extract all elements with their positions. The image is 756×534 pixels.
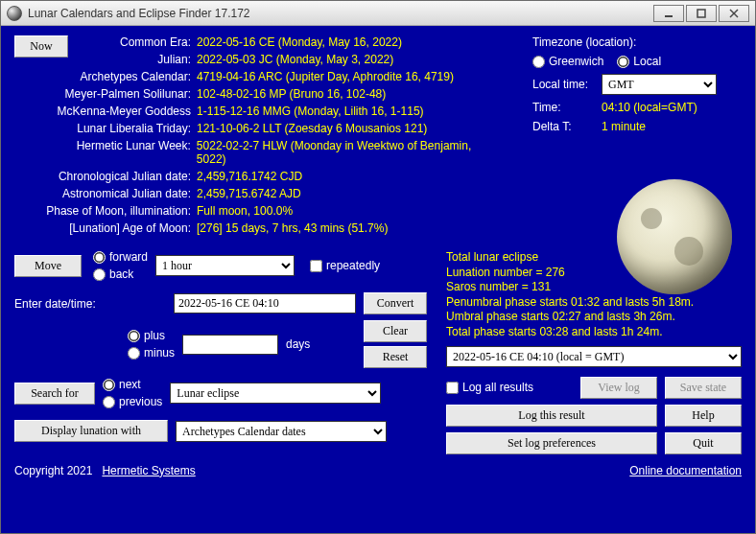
time-label: Time: bbox=[532, 101, 602, 114]
close-button[interactable] bbox=[719, 5, 749, 22]
controls-left: Move forward back 1 hour repeatedly Ente… bbox=[14, 250, 427, 454]
chrono-jd-label: Chronological Julian date: bbox=[14, 170, 197, 183]
timezone-local-radio[interactable]: Local bbox=[617, 55, 661, 68]
mckenna-label: McKenna-Meyer Goddess bbox=[14, 104, 197, 118]
eclipse-line-5: Umbral phase starts 02:27 and lasts 3h 2… bbox=[446, 310, 742, 325]
delta-t-value: 1 minute bbox=[602, 120, 646, 133]
days-offset-input[interactable] bbox=[182, 335, 278, 355]
repeatedly-checkbox[interactable]: repeatedly bbox=[310, 259, 380, 272]
app-icon bbox=[7, 6, 22, 21]
svg-rect-1 bbox=[697, 10, 705, 17]
titlebar: Lunar Calendars and Eclipse Finder 17.17… bbox=[1, 1, 755, 26]
search-previous-radio[interactable]: previous bbox=[103, 395, 162, 408]
window-title: Lunar Calendars and Eclipse Finder 17.17… bbox=[28, 7, 651, 20]
move-back-radio[interactable]: back bbox=[93, 267, 148, 281]
move-forward-radio[interactable]: forward bbox=[93, 250, 148, 264]
move-step-select[interactable]: 1 hour bbox=[155, 255, 295, 276]
set-log-prefs-button[interactable]: Set log preferences bbox=[446, 432, 657, 454]
hermetic-label: Hermetic Lunar Week: bbox=[14, 139, 197, 152]
search-target-select[interactable]: Lunar eclipse bbox=[170, 383, 381, 404]
convert-button[interactable]: Convert bbox=[364, 292, 427, 314]
quit-button[interactable]: Quit bbox=[665, 432, 742, 454]
log-all-checkbox[interactable]: Log all results bbox=[446, 381, 573, 394]
display-lunation-select[interactable]: Archetypes Calendar dates bbox=[176, 421, 387, 442]
clear-button[interactable]: Clear bbox=[364, 320, 427, 342]
chrono-jd-value: 2,459,716.1742 CJD bbox=[197, 170, 302, 183]
help-button[interactable]: Help bbox=[665, 405, 742, 427]
eclipse-line-6: Total phase starts 03:28 and lasts 1h 24… bbox=[446, 325, 742, 340]
move-button[interactable]: Move bbox=[14, 255, 82, 277]
search-next-radio[interactable]: next bbox=[103, 378, 162, 391]
age-value: [276] 15 days, 7 hrs, 43 mins (51.7%) bbox=[197, 221, 388, 235]
days-label: days bbox=[286, 337, 310, 351]
plus-radio[interactable]: plus bbox=[128, 329, 175, 342]
liberalia-value: 121-10-06-2 LLT (Zoesday 6 Mousanios 121… bbox=[197, 122, 427, 135]
julian-value: 2022-05-03 JC (Monday, May 3, 2022) bbox=[197, 53, 393, 66]
astro-jd-value: 2,459,715.6742 AJD bbox=[197, 187, 301, 200]
footer: Copyright 2021 Hermetic Systems Online d… bbox=[14, 464, 742, 477]
local-time-label: Local time: bbox=[532, 78, 602, 91]
local-time-select[interactable]: GMT bbox=[602, 74, 717, 95]
phase-value: Full moon, 100.0% bbox=[197, 204, 293, 218]
calendar-list: Common Era:2022-05-16 CE (Monday, May 16… bbox=[14, 35, 504, 239]
hermetic-value: 5022-02-2-7 HLW (Moonday in Weektwo of B… bbox=[197, 139, 504, 166]
enter-date-label: Enter date/time: bbox=[14, 297, 120, 311]
liberalia-label: Lunar Liberalia Triday: bbox=[14, 122, 197, 135]
eclipse-line-4: Penumbral phase starts 01:32 and lasts 5… bbox=[446, 295, 742, 311]
minus-radio[interactable]: minus bbox=[128, 346, 175, 360]
time-value: 04:10 (local=GMT) bbox=[602, 101, 697, 114]
eclipse-date-select[interactable]: 2022-05-16 CE 04:10 (local = GMT) bbox=[446, 346, 742, 367]
save-state-button[interactable]: Save state bbox=[665, 377, 742, 399]
common-era-value: 2022-05-16 CE (Monday, May 16, 2022) bbox=[197, 35, 402, 49]
archetypes-value: 4719-04-16 ARC (Jupiter Day, Aphrodite 1… bbox=[197, 70, 454, 83]
minimize-button[interactable] bbox=[653, 5, 684, 22]
phase-label: Phase of Moon, illumination: bbox=[14, 204, 197, 218]
display-lunation-button[interactable]: Display lunation with bbox=[14, 420, 168, 442]
reset-button[interactable]: Reset bbox=[364, 346, 427, 368]
archetypes-label: Archetypes Calendar: bbox=[14, 70, 197, 83]
window-buttons bbox=[651, 5, 749, 22]
view-log-button[interactable]: View log bbox=[580, 377, 657, 399]
meyer-palmen-label: Meyer-Palmen Solilunar: bbox=[14, 87, 197, 101]
company-link[interactable]: Hermetic Systems bbox=[102, 464, 195, 477]
content-area: Now Common Era:2022-05-16 CE (Monday, Ma… bbox=[1, 26, 755, 533]
timezone-greenwich-radio[interactable]: Greenwich bbox=[532, 55, 603, 68]
copyright-text: Copyright 2021 bbox=[14, 464, 92, 477]
delta-t-label: Delta T: bbox=[532, 120, 602, 133]
date-input[interactable] bbox=[174, 293, 356, 313]
now-button[interactable]: Now bbox=[14, 35, 68, 58]
timezone-heading: Timezone (location): bbox=[532, 35, 742, 49]
maximize-button[interactable] bbox=[686, 5, 717, 22]
log-this-button[interactable]: Log this result bbox=[446, 405, 657, 427]
app-window: Lunar Calendars and Eclipse Finder 17.17… bbox=[0, 0, 756, 534]
search-button[interactable]: Search for bbox=[14, 383, 95, 405]
age-label: [Lunation] Age of Moon: bbox=[14, 221, 197, 235]
astro-jd-label: Astronomical Julian date: bbox=[14, 187, 197, 200]
mckenna-value: 1-115-12-16 MMG (Monday, Lilith 16, 1-11… bbox=[197, 104, 424, 118]
meyer-palmen-value: 102-48-02-16 MP (Bruno 16, 102-48) bbox=[197, 87, 386, 101]
moon-icon bbox=[617, 179, 732, 294]
docs-link[interactable]: Online documentation bbox=[629, 464, 742, 477]
